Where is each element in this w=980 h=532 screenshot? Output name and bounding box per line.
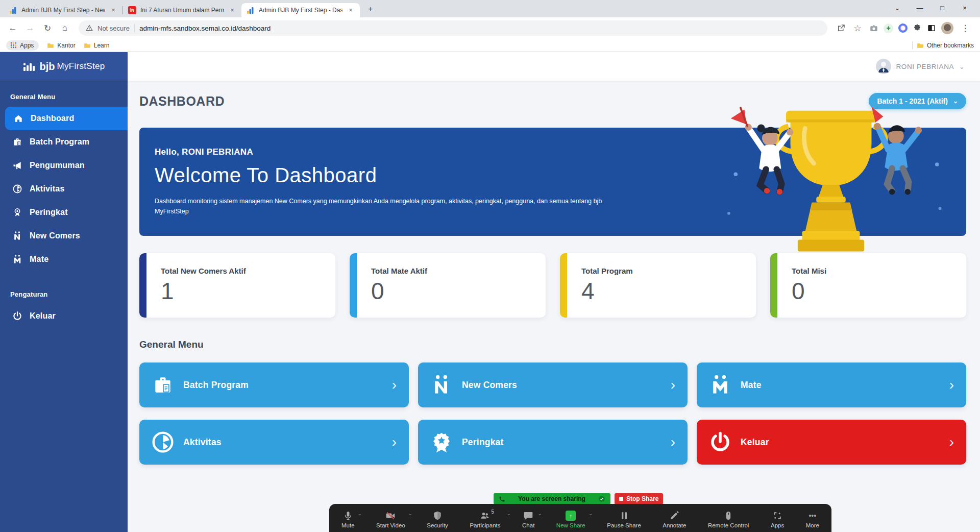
sidebar-item-new-comers[interactable]: New Comers (0, 224, 128, 248)
zoom-chat-button[interactable]: ⌄ Chat (522, 511, 534, 528)
sidebar-item-keluar[interactable]: Keluar (0, 304, 128, 328)
new-tab-button[interactable]: + (364, 3, 377, 16)
tab-close-icon[interactable]: × (109, 6, 117, 14)
zoom-remote-control-button[interactable]: Remote Control (708, 511, 749, 528)
chevron-right-icon: › (671, 434, 675, 450)
hero-greeting: Hello, RONI PEBRIANA (155, 147, 966, 157)
folder-icon (47, 42, 54, 49)
stat-card-misi: Total Misi 0 (770, 253, 966, 318)
logo-text-bold: bjb (40, 61, 55, 72)
back-icon[interactable]: ← (5, 20, 20, 36)
chevron-icon[interactable]: ⌄ (358, 511, 362, 516)
not-secure-warning-icon (86, 25, 93, 32)
sidebar-item-dashboard[interactable]: Dashboard (5, 107, 128, 130)
sidebar-item-pengumuman[interactable]: Pengumuman (0, 154, 128, 177)
reload-icon[interactable]: ↻ (40, 20, 55, 36)
menu-card-batch-program[interactable]: Batch Program › (139, 362, 409, 407)
zoom-toolbar: ⌄ Mute ⌄ Start Video Security 5 ⌄ Partic… (329, 504, 831, 532)
stat-accent-stripe (770, 253, 777, 318)
bjb-logo-icon (23, 60, 35, 72)
zoom-security-button[interactable]: Security (427, 511, 448, 528)
general-menu-grid: Batch Program › New Comers › Mate › (139, 362, 966, 465)
zoom-mute-button[interactable]: ⌄ Mute (341, 511, 355, 528)
participants-icon (480, 511, 490, 521)
browser-tab-3-active[interactable]: Admin BJB My First Step - Dashb × (241, 3, 360, 17)
extensions-puzzle-icon[interactable] (913, 23, 922, 33)
extension-plus-icon[interactable]: + (884, 23, 893, 33)
chevron-right-icon: › (392, 377, 397, 393)
address-bar[interactable]: Not secure admin-mfs.sandbox.semai.co.id… (79, 20, 827, 36)
stop-share-button[interactable]: Stop Share (615, 493, 663, 504)
window-menu-chevron-icon[interactable]: ⌄ (886, 0, 909, 15)
welcome-banner: Hello, RONI PEBRIANA Welcome To Dashboar… (139, 128, 966, 236)
extension-ring-icon[interactable] (898, 23, 908, 33)
bookmarks-divider (912, 41, 913, 50)
zoom-start-video-button[interactable]: ⌄ Start Video (376, 511, 405, 528)
activity-pie-icon (152, 431, 174, 453)
screen-sharing-status: You are screen sharing (494, 493, 610, 504)
browser-navbar: ← → ↻ ⌂ Not secure admin-mfs.sandbox.sem… (0, 17, 980, 39)
menu-card-new-comers[interactable]: New Comers › (418, 362, 688, 407)
share-icon[interactable] (837, 23, 846, 33)
url-text[interactable]: admin-mfs.sandbox.semai.co.id/dashboard (139, 25, 271, 32)
menu-card-aktivitas[interactable]: Aktivitas › (139, 420, 409, 465)
phone-icon (499, 496, 505, 502)
app-logo[interactable]: bjb MyFirstStep (0, 52, 128, 81)
bookmark-kantor[interactable]: Kantor (47, 42, 75, 49)
browser-tab-1[interactable]: Admin BJB My First Step - New C × (4, 3, 122, 17)
apps-icon (772, 511, 782, 521)
bookmark-label: Kantor (57, 42, 75, 49)
window-minimize-icon[interactable]: — (909, 0, 931, 15)
zoom-pause-share-button[interactable]: Pause Share (607, 511, 641, 528)
bookmark-learn[interactable]: Learn (84, 42, 110, 49)
tab-close-icon[interactable]: × (228, 6, 236, 14)
browser-profile-avatar[interactable] (941, 22, 953, 34)
zoom-participants-button[interactable]: 5 ⌄ Participants (470, 511, 500, 528)
chevron-down-icon: ⌄ (959, 63, 965, 70)
zoom-annotate-button[interactable]: Annotate (663, 511, 686, 528)
window-close-icon[interactable]: × (953, 0, 976, 15)
other-bookmarks[interactable]: Other bookmarks (917, 42, 974, 49)
sidebar-item-batch-program[interactable]: Batch Program (0, 130, 128, 154)
home-icon[interactable]: ⌂ (57, 20, 72, 36)
new-comers-icon (430, 374, 453, 396)
chevron-icon[interactable]: ⌄ (589, 511, 593, 516)
menu-card-peringkat[interactable]: Peringkat › (418, 420, 688, 465)
briefcase-icon (12, 137, 22, 147)
megaphone-icon (12, 160, 22, 171)
browser-menu-icon[interactable]: ⋮ (959, 20, 972, 36)
participants-count: 5 (491, 509, 494, 515)
chat-bubble-icon (523, 511, 533, 521)
bookmark-star-icon[interactable]: ☆ (851, 20, 864, 36)
stat-label: Total Program (581, 267, 746, 275)
menu-card-keluar[interactable]: Keluar › (697, 420, 966, 465)
pencil-icon (669, 511, 679, 521)
browser-tab-2[interactable]: iN Ini 7 Aturan Umum dalam Perma × (123, 3, 241, 17)
zoom-new-share-button[interactable]: ↑ ⌄ New Share (556, 511, 585, 528)
menu-card-mate[interactable]: Mate › (697, 362, 966, 407)
new-comers-icon (12, 231, 22, 241)
zoom-more-button[interactable]: ••• More (806, 511, 819, 528)
chevron-icon[interactable]: ⌄ (507, 511, 511, 516)
user-menu[interactable]: RONI PEBRIANA ⌄ (876, 59, 965, 74)
batch-selector[interactable]: Batch 1 - 2021 (Aktif) ⌄ (869, 93, 966, 109)
sidebar-item-peringkat[interactable]: Peringkat (0, 201, 128, 224)
dashboard-content: DASHBOARD Batch 1 - 2021 (Aktif) ⌄ Hello… (128, 81, 980, 465)
sidebar-item-aktivitas[interactable]: Aktivitas (0, 177, 128, 201)
window-restore-icon[interactable]: □ (931, 0, 953, 15)
chevron-icon[interactable]: ⌄ (408, 511, 412, 516)
security-label[interactable]: Not secure (97, 25, 130, 32)
microphone-icon (343, 511, 353, 521)
tab-close-icon[interactable]: × (347, 6, 355, 14)
forward-icon[interactable]: → (22, 20, 38, 36)
chevron-icon[interactable]: ⌄ (538, 511, 542, 516)
mate-icon (12, 254, 22, 264)
sidebar-item-mate[interactable]: Mate (0, 248, 128, 271)
zoom-apps-button[interactable]: Apps (771, 511, 784, 528)
tab-title: Admin BJB My First Step - New C (21, 7, 105, 14)
stat-value: 0 (792, 277, 956, 305)
side-panel-icon[interactable] (927, 23, 936, 33)
bookmark-apps[interactable]: Apps (6, 40, 39, 51)
medal-icon (12, 207, 22, 217)
screenshot-camera-icon[interactable] (869, 23, 878, 33)
